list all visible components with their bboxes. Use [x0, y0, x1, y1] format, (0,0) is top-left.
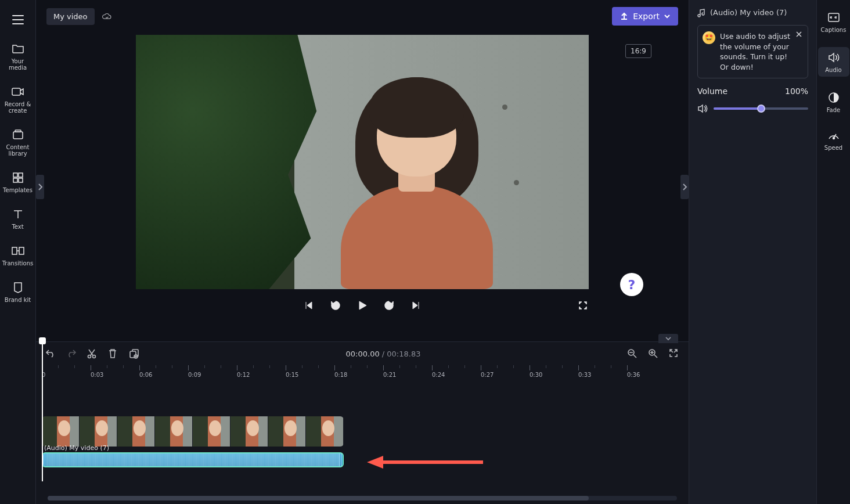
timeline-ruler[interactable]: 00:030:060:090:120:150:180:210:240:270:3…	[42, 365, 689, 379]
transitions-icon	[11, 244, 25, 258]
project-title[interactable]: My video	[46, 8, 95, 25]
transport-controls: 5 5	[136, 294, 589, 317]
play-button[interactable]	[356, 300, 368, 311]
expand-left-panel[interactable]	[36, 175, 44, 199]
rail-audio[interactable]: Audio	[818, 47, 849, 77]
nav-templates[interactable]: Templates	[2, 170, 34, 195]
audio-icon	[827, 51, 841, 64]
delete-button[interactable]	[108, 348, 118, 359]
nav-your-media[interactable]: Your media	[2, 41, 34, 72]
timeline-scrollbar-thumb[interactable]	[48, 496, 589, 501]
nav-brand-kit[interactable]: Brand kit	[2, 279, 34, 304]
top-bar: My video Export	[36, 0, 689, 33]
nav-label: Content library	[2, 144, 34, 157]
selected-clip-title: (Audio) My video (7)	[697, 8, 808, 17]
clip-trim-handle-right[interactable]	[339, 453, 343, 466]
skip-end-button[interactable]	[410, 300, 422, 311]
svg-rect-7	[12, 247, 17, 254]
templates-icon	[11, 171, 25, 185]
nav-label: Transitions	[2, 260, 34, 267]
library-icon	[11, 128, 25, 142]
svg-rect-4	[19, 173, 23, 177]
video-preview[interactable]	[136, 35, 589, 289]
export-button[interactable]: Export	[612, 7, 678, 26]
redo-button[interactable]	[66, 348, 77, 359]
help-button[interactable]: ?	[620, 273, 643, 296]
zoom-out-button[interactable]	[627, 348, 638, 359]
rewind-5-button[interactable]: 5	[330, 300, 341, 311]
zoom-in-button[interactable]	[648, 348, 658, 359]
tip-emoji-icon: 🤩	[703, 31, 715, 44]
nav-content-library[interactable]: Content library	[2, 127, 34, 158]
svg-point-12	[93, 355, 96, 358]
rail-captions[interactable]: Captions	[818, 9, 849, 34]
speed-icon	[827, 128, 841, 142]
expand-right-panel[interactable]	[680, 175, 689, 199]
svg-rect-0	[12, 88, 20, 95]
audio-clip[interactable]	[42, 452, 344, 467]
annotation-arrow	[367, 455, 483, 470]
svg-text:5: 5	[388, 304, 390, 308]
fullscreen-button[interactable]	[577, 300, 589, 311]
left-nav: Your media Record & create Content libra…	[0, 0, 35, 504]
fade-icon	[827, 91, 841, 105]
export-label: Export	[633, 12, 660, 21]
nav-label: Templates	[3, 187, 33, 193]
timeline-panel: 00:00.00 / 00:18.83 00:030:060:090:120:1…	[36, 341, 689, 504]
aspect-ratio-button[interactable]: 16:9	[625, 44, 651, 58]
music-note-icon	[697, 9, 705, 17]
properties-panel: (Audio) My video (7) 🤩 Use audio to adju…	[689, 0, 816, 504]
forward-5-button[interactable]: 5	[383, 300, 395, 311]
nav-transitions[interactable]: Transitions	[2, 243, 34, 268]
duplicate-button[interactable]	[129, 348, 139, 359]
brandkit-icon	[11, 280, 25, 294]
nav-label: Your media	[2, 58, 34, 71]
zoom-fit-button[interactable]	[669, 348, 679, 359]
tip-card: 🤩 Use audio to adjust the volume of your…	[697, 25, 808, 78]
timeline-tracks[interactable]: (Audio) My video (7)	[42, 379, 689, 504]
volume-label: Volume	[697, 87, 727, 96]
nav-record-create[interactable]: Record & create	[2, 84, 34, 115]
main-area: My video Export	[35, 0, 689, 504]
preview-stage: 16:9 ? 5 5	[36, 33, 689, 341]
clip-title-text: (Audio) My video (7)	[710, 8, 787, 17]
svg-rect-5	[13, 178, 17, 182]
speaker-icon[interactable]	[697, 104, 708, 113]
rail-fade[interactable]: Fade	[818, 89, 849, 114]
nav-label: Brand kit	[5, 297, 31, 303]
dismiss-tip-button[interactable]	[794, 29, 804, 39]
svg-point-11	[88, 355, 91, 358]
svg-rect-3	[13, 173, 17, 177]
timeline-scrollbar[interactable]	[48, 496, 677, 501]
svg-text:5: 5	[334, 304, 337, 308]
hamburger-icon	[12, 15, 24, 24]
collapse-timeline-button[interactable]	[658, 334, 678, 343]
volume-value: 100%	[785, 87, 808, 96]
folder-icon	[11, 42, 25, 56]
nav-label: Record & create	[2, 101, 34, 114]
upload-icon	[620, 12, 628, 20]
rail-label: Captions	[821, 27, 847, 33]
video-clip[interactable]	[42, 416, 344, 447]
tip-text: Use audio to adjust the volume of your s…	[720, 32, 790, 71]
nav-label: Text	[12, 224, 23, 230]
undo-button[interactable]	[45, 348, 56, 359]
timeline-time-display: 00:00.00 / 00:18.83	[150, 350, 617, 358]
rail-label: Audio	[825, 67, 841, 73]
nav-text[interactable]: Text	[2, 206, 34, 231]
current-time: 00:00.00	[346, 350, 380, 358]
skip-start-button[interactable]	[303, 300, 315, 311]
timeline-toolbar: 00:00.00 / 00:18.83	[36, 342, 689, 365]
playhead[interactable]	[42, 342, 43, 481]
audio-waveform	[46, 453, 339, 466]
cloud-sync-icon	[102, 11, 112, 21]
right-rail: Captions Audio Fade Speed	[816, 0, 850, 504]
rail-speed[interactable]: Speed	[818, 127, 849, 152]
split-button[interactable]	[87, 348, 98, 359]
svg-rect-8	[19, 247, 24, 254]
menu-button[interactable]	[9, 10, 27, 29]
svg-rect-6	[19, 178, 23, 182]
chevron-down-icon	[664, 15, 670, 18]
svg-point-21	[833, 138, 834, 139]
volume-slider[interactable]	[714, 107, 808, 110]
